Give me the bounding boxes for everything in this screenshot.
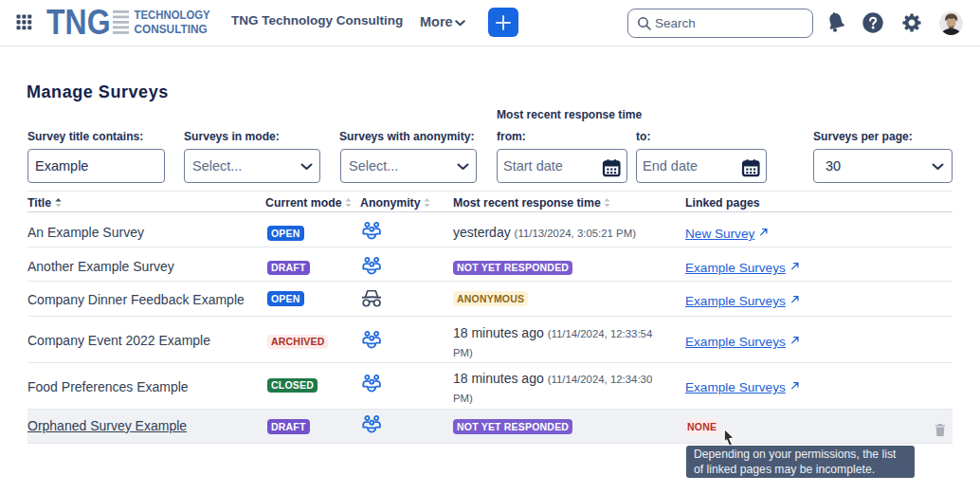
svg-text:TECHNOLOGY: TECHNOLOGY — [135, 9, 211, 22]
svg-text:CONSULTING: CONSULTING — [135, 23, 208, 36]
svg-text:TNG: TNG — [46, 9, 111, 37]
